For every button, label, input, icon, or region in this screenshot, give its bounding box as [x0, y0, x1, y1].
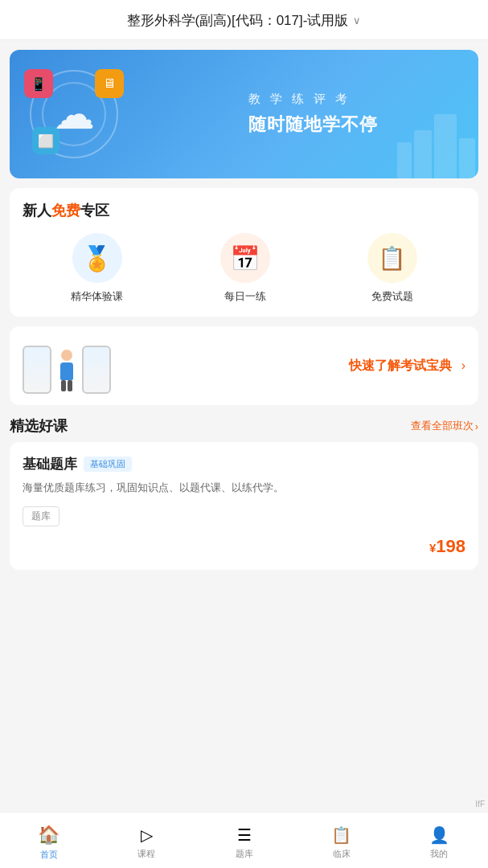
building-1	[397, 142, 412, 178]
promo-person	[55, 350, 79, 394]
promo-text-wrap: 快速了解考试宝典 ›	[349, 358, 465, 375]
promo-arrow-icon: ›	[461, 358, 465, 373]
daily-label: 每日一练	[224, 289, 266, 304]
promo-phone-2	[82, 346, 111, 394]
nav-item-mine[interactable]: 👤 我的	[391, 813, 488, 868]
course-card-tag-row: 题库	[23, 506, 465, 526]
experience-icon: 🏅	[82, 244, 112, 272]
promo-illustration	[23, 338, 349, 394]
building-2	[414, 130, 432, 178]
daily-icon: 📅	[230, 244, 260, 272]
new-user-title-suffix: 专区	[80, 203, 109, 219]
questions-icon: ☰	[237, 825, 252, 845]
course-price: ¥198	[23, 536, 465, 557]
banner-illustration: ☁ 📱 🖥 ⬜	[26, 66, 122, 162]
person-leg-right	[68, 380, 72, 391]
featured-title: 精选好课	[10, 416, 68, 436]
free-item-daily[interactable]: 📅 每日一练	[220, 233, 270, 304]
course-icon: ▷	[141, 825, 153, 845]
cloud-icon: ☁	[53, 90, 95, 138]
new-user-title-free: 免费	[51, 203, 80, 219]
featured-link-arrow: ›	[475, 420, 478, 432]
test-icon: 📋	[378, 245, 406, 272]
course-card-desc: 海量优质题库练习，巩固知识点、以题代课、以练代学。	[23, 480, 465, 497]
free-items-row: 🏅 精华体验课 📅 每日一练 📋 免费试题	[23, 233, 465, 304]
nav-mine-label: 我的	[430, 848, 448, 860]
person-body	[60, 362, 73, 380]
daily-icon-wrap: 📅	[220, 233, 270, 283]
experience-icon-wrap: 🏅	[72, 233, 122, 283]
price-value: 198	[436, 536, 465, 556]
tablet-icon: ⬜	[32, 127, 59, 154]
nav-course-label: 课程	[137, 848, 155, 860]
promo-banner[interactable]: 快速了解考试宝典 ›	[10, 326, 478, 405]
featured-link-wrap[interactable]: 查看全部班次 ›	[411, 419, 478, 433]
featured-link-text: 查看全部班次	[411, 419, 474, 433]
banner-buildings	[397, 114, 478, 178]
nav-item-questions[interactable]: ☰ 题库	[195, 813, 293, 868]
course-card-title: 基础题库	[23, 455, 77, 473]
free-item-test[interactable]: 📋 免费试题	[367, 233, 417, 304]
phone-icon: 📱	[24, 69, 53, 98]
test-icon-wrap: 📋	[367, 233, 417, 283]
course-outline-tag: 题库	[23, 506, 59, 526]
building-3	[434, 114, 457, 178]
person-head	[61, 350, 72, 361]
course-tag: 基础巩固	[84, 457, 132, 472]
new-user-title: 新人免费专区	[23, 201, 465, 220]
app-header: 整形外科学(副高)[代码：017]-试用版 ∨	[0, 0, 488, 40]
nav-home-label: 首页	[40, 849, 58, 861]
home-icon: 🏠	[38, 825, 59, 845]
banner-left: ☁ 📱 🖥 ⬜	[10, 50, 240, 178]
watermark: IfF	[472, 798, 488, 810]
clinic-icon: 📋	[331, 825, 351, 845]
new-user-section: 新人免费专区 🏅 精华体验课 📅 每日一练 📋 免费试题	[10, 188, 478, 317]
mine-icon: 👤	[429, 825, 449, 845]
nav-item-clinic[interactable]: 📋 临床	[293, 813, 390, 868]
free-item-experience[interactable]: 🏅 精华体验课	[71, 233, 123, 304]
person-leg-left	[61, 380, 66, 391]
banner-subtitle: 教 学 练 评 考	[248, 92, 463, 107]
experience-label: 精华体验课	[71, 289, 123, 304]
course-card[interactable]: 基础题库 基础巩固 海量优质题库练习，巩固知识点、以题代课、以练代学。 题库 ¥…	[10, 442, 478, 570]
new-user-title-prefix: 新人	[23, 203, 51, 219]
bottom-nav: 🏠 首页 ▷ 课程 ☰ 题库 📋 临床 👤 我的	[0, 812, 488, 868]
person-legs	[61, 380, 72, 391]
test-label: 免费试题	[371, 289, 413, 304]
header-title: 整形外科学(副高)[代码：017]-试用版	[127, 11, 349, 30]
nav-clinic-label: 临床	[333, 848, 351, 860]
featured-header: 精选好课 查看全部班次 ›	[10, 416, 478, 436]
nav-questions-label: 题库	[236, 848, 253, 860]
nav-item-course[interactable]: ▷ 课程	[97, 813, 195, 868]
course-card-title-row: 基础题库 基础巩固	[23, 455, 465, 473]
promo-text: 快速了解考试宝典	[349, 358, 458, 375]
nav-item-home[interactable]: 🏠 首页	[0, 813, 97, 868]
header-dropdown-icon[interactable]: ∨	[353, 14, 361, 27]
promo-phone-1	[23, 346, 51, 394]
building-4	[459, 138, 475, 178]
banner: ☁ 📱 🖥 ⬜ 教 学 练 评 考 随时随地学不停	[10, 50, 478, 178]
monitor-icon: 🖥	[95, 69, 124, 98]
